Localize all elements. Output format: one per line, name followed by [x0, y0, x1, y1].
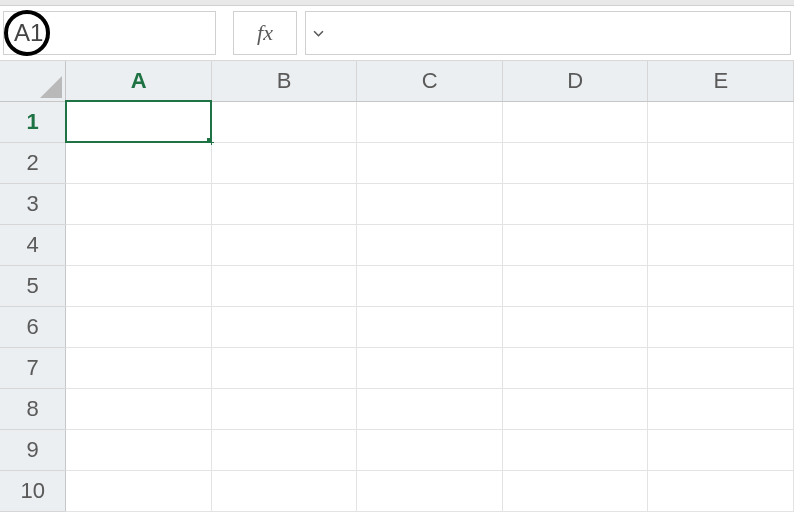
cell-A3[interactable] — [66, 183, 212, 224]
select-all-triangle-icon — [40, 76, 62, 98]
cell-D9[interactable] — [502, 429, 648, 470]
cell-D10[interactable] — [502, 470, 648, 511]
row-header-5[interactable]: 5 — [0, 265, 66, 306]
cell-E9[interactable] — [648, 429, 794, 470]
cell-C2[interactable] — [357, 142, 503, 183]
row-header-2[interactable]: 2 — [0, 142, 66, 183]
cell-C7[interactable] — [357, 347, 503, 388]
cell-D5[interactable] — [502, 265, 648, 306]
cell-A6[interactable] — [66, 306, 212, 347]
row-header-4[interactable]: 4 — [0, 224, 66, 265]
cell-E6[interactable] — [648, 306, 794, 347]
chevron-down-icon — [313, 28, 324, 39]
select-all-corner[interactable] — [0, 61, 66, 101]
cell-E8[interactable] — [648, 388, 794, 429]
column-header-A[interactable]: A — [66, 61, 212, 101]
column-header-row: A B C D E — [0, 61, 794, 101]
formula-input[interactable] — [306, 12, 790, 54]
cell-C8[interactable] — [357, 388, 503, 429]
cell-B6[interactable] — [211, 306, 357, 347]
name-box-container — [3, 11, 216, 55]
cell-B5[interactable] — [211, 265, 357, 306]
cell-E3[interactable] — [648, 183, 794, 224]
cell-E1[interactable] — [648, 101, 794, 142]
cell-A8[interactable] — [66, 388, 212, 429]
row-header-9[interactable]: 9 — [0, 429, 66, 470]
cell-A10[interactable] — [66, 470, 212, 511]
cell-D2[interactable] — [502, 142, 648, 183]
cell-E10[interactable] — [648, 470, 794, 511]
row-10: 10 — [0, 470, 794, 511]
cell-E4[interactable] — [648, 224, 794, 265]
cell-B8[interactable] — [211, 388, 357, 429]
row-4: 4 — [0, 224, 794, 265]
row-6: 6 — [0, 306, 794, 347]
row-header-7[interactable]: 7 — [0, 347, 66, 388]
row-5: 5 — [0, 265, 794, 306]
column-header-B[interactable]: B — [211, 61, 357, 101]
column-header-C[interactable]: C — [357, 61, 503, 101]
row-header-6[interactable]: 6 — [0, 306, 66, 347]
cell-C4[interactable] — [357, 224, 503, 265]
cell-B7[interactable] — [211, 347, 357, 388]
cell-E7[interactable] — [648, 347, 794, 388]
cell-A9[interactable] — [66, 429, 212, 470]
cell-A7[interactable] — [66, 347, 212, 388]
cell-B4[interactable] — [211, 224, 357, 265]
cell-E2[interactable] — [648, 142, 794, 183]
cell-C6[interactable] — [357, 306, 503, 347]
cell-B2[interactable] — [211, 142, 357, 183]
row-header-1[interactable]: 1 — [0, 101, 66, 142]
cell-A1[interactable] — [66, 101, 212, 142]
cell-D1[interactable] — [502, 101, 648, 142]
row-7: 7 — [0, 347, 794, 388]
cell-C9[interactable] — [357, 429, 503, 470]
row-9: 9 — [0, 429, 794, 470]
cell-C1[interactable] — [357, 101, 503, 142]
cell-A5[interactable] — [66, 265, 212, 306]
cell-B10[interactable] — [211, 470, 357, 511]
row-8: 8 — [0, 388, 794, 429]
cell-D4[interactable] — [502, 224, 648, 265]
formula-bar: fx — [0, 6, 794, 61]
cell-B3[interactable] — [211, 183, 357, 224]
row-header-3[interactable]: 3 — [0, 183, 66, 224]
formula-input-container — [305, 11, 791, 55]
row-2: 2 — [0, 142, 794, 183]
row-3: 3 — [0, 183, 794, 224]
column-header-D[interactable]: D — [502, 61, 648, 101]
cell-C3[interactable] — [357, 183, 503, 224]
name-box-dropdown[interactable] — [313, 12, 324, 54]
cell-E5[interactable] — [648, 265, 794, 306]
cell-D3[interactable] — [502, 183, 648, 224]
cell-C5[interactable] — [357, 265, 503, 306]
cell-D6[interactable] — [502, 306, 648, 347]
cell-B1[interactable] — [211, 101, 357, 142]
cell-D7[interactable] — [502, 347, 648, 388]
cell-B9[interactable] — [211, 429, 357, 470]
cell-D8[interactable] — [502, 388, 648, 429]
cell-C10[interactable] — [357, 470, 503, 511]
cell-A2[interactable] — [66, 142, 212, 183]
spreadsheet-grid: A B C D E 1 2 3 4 5 — [0, 61, 794, 512]
name-box-input[interactable] — [4, 12, 313, 54]
column-header-E[interactable]: E — [648, 61, 794, 101]
row-header-10[interactable]: 10 — [0, 470, 66, 511]
row-1: 1 — [0, 101, 794, 142]
cell-A4[interactable] — [66, 224, 212, 265]
row-header-8[interactable]: 8 — [0, 388, 66, 429]
